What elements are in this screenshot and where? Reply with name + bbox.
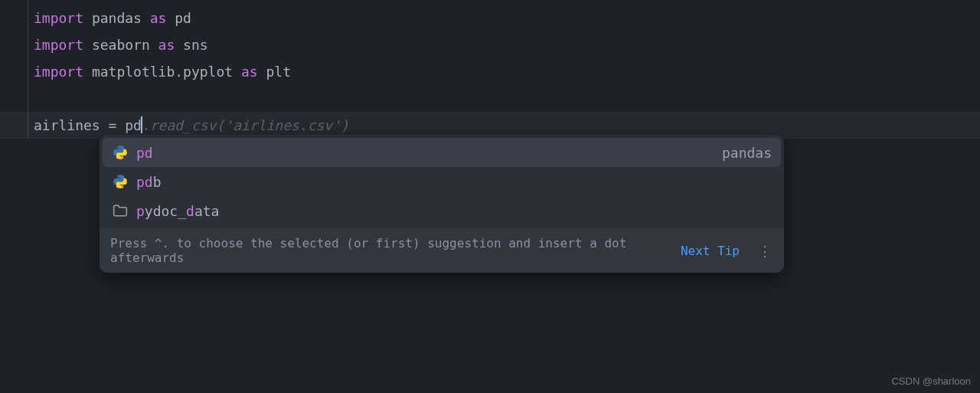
variable: airlines bbox=[34, 117, 100, 133]
equals: = bbox=[100, 117, 126, 133]
code-line[interactable]: import matplotlib.pyplot as plt bbox=[34, 58, 980, 85]
keyword-as: as bbox=[150, 10, 167, 26]
folder-icon bbox=[112, 202, 129, 219]
autocomplete-item[interactable]: pydoc_data bbox=[103, 196, 781, 225]
module-name: pandas bbox=[92, 10, 142, 26]
next-tip-link[interactable]: Next Tip bbox=[681, 244, 740, 258]
autocomplete-label: pydoc_data bbox=[136, 203, 219, 219]
more-options-icon[interactable]: ⋮ bbox=[758, 243, 773, 259]
keyword-as: as bbox=[158, 37, 175, 53]
autocomplete-label: pd bbox=[136, 145, 153, 161]
code-line-blank[interactable] bbox=[34, 85, 980, 112]
autocomplete-popup[interactable]: pd pandas pdb pydoc_data Press ^. to cho… bbox=[100, 135, 784, 273]
module-name: matplotlib.pyplot bbox=[92, 64, 233, 80]
module-name: seaborn bbox=[92, 37, 150, 53]
python-icon bbox=[112, 144, 129, 161]
code-line[interactable]: import pandas as pd bbox=[34, 5, 980, 31]
alias: sns bbox=[183, 37, 208, 53]
alias: pd bbox=[175, 10, 191, 26]
autocomplete-label: pdb bbox=[136, 174, 162, 190]
python-icon bbox=[112, 173, 129, 190]
keyword-import: import bbox=[34, 10, 83, 26]
keyword-as: as bbox=[241, 64, 258, 80]
ghost-suggestion: .read_csv('airlines.csv') bbox=[142, 117, 349, 133]
footer-hint: Press ^. to choose the selected (or firs… bbox=[110, 236, 671, 265]
code-line[interactable]: import seaborn as sns bbox=[34, 31, 980, 58]
keyword-import: import bbox=[34, 37, 83, 53]
watermark: CSDN @sharloon bbox=[891, 375, 971, 387]
autocomplete-footer: Press ^. to choose the selected (or firs… bbox=[100, 228, 784, 273]
alias: plt bbox=[266, 64, 291, 80]
keyword-import: import bbox=[34, 64, 83, 80]
autocomplete-item[interactable]: pd pandas bbox=[103, 138, 781, 167]
code-editor[interactable]: import pandas as pd import seaborn as sn… bbox=[0, 0, 980, 139]
autocomplete-list: pd pandas pdb pydoc_data bbox=[100, 135, 784, 228]
typed-text: pd bbox=[125, 117, 142, 133]
autocomplete-item[interactable]: pdb bbox=[103, 167, 781, 196]
autocomplete-detail: pandas bbox=[722, 145, 772, 161]
